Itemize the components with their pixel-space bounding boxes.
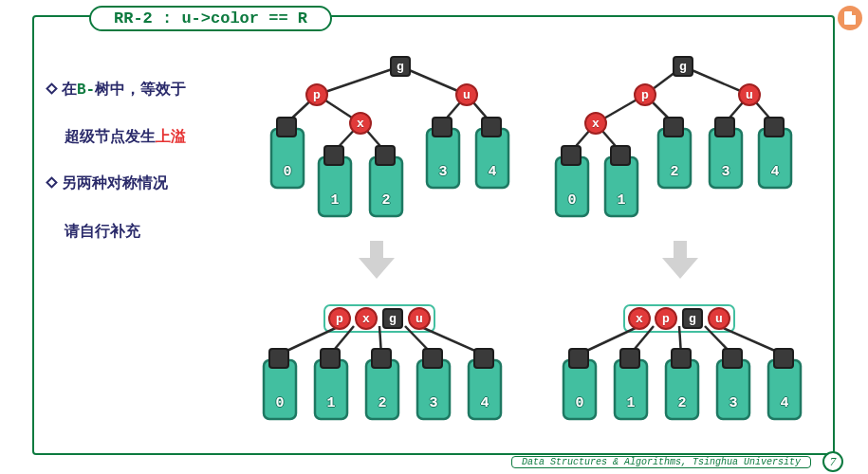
svg-rect-79	[774, 349, 793, 368]
svg-rect-37	[715, 118, 734, 137]
diamond-icon	[46, 177, 58, 190]
svg-rect-35	[664, 118, 683, 137]
diamond-icon	[46, 82, 58, 95]
node-p: p	[313, 88, 321, 102]
leaf-4: 4	[770, 164, 779, 180]
arrow-down-icon	[658, 237, 702, 281]
leaf-2: 2	[378, 395, 386, 411]
cluster-1: p	[662, 312, 670, 326]
leaf-4: 4	[780, 395, 788, 411]
svg-rect-31	[562, 146, 581, 165]
footer-text: Data Structures & Algorithms, Tsinghua U…	[511, 456, 811, 468]
node-x: x	[357, 117, 364, 131]
svg-rect-17	[482, 118, 501, 137]
leaf-1: 1	[330, 192, 339, 209]
leaf-4: 4	[480, 395, 489, 411]
node-g: g	[397, 60, 404, 74]
leaf-3: 3	[429, 395, 437, 411]
cluster-3: u	[416, 312, 423, 326]
cluster-3: u	[715, 312, 723, 326]
svg-rect-11	[324, 146, 343, 165]
leaf-3: 3	[438, 164, 447, 180]
svg-line-0	[317, 66, 400, 95]
svg-rect-9	[277, 118, 296, 137]
node-g: g	[679, 60, 687, 74]
slide-title: RR-2 : u->color == R	[89, 6, 332, 31]
leaf-2: 2	[677, 395, 686, 411]
rb-tree-top-left: g p u x 0 1 2 3 4	[258, 55, 535, 216]
svg-rect-13	[376, 146, 395, 165]
arrow-down-icon	[355, 237, 398, 281]
svg-rect-55	[372, 349, 391, 368]
rb-tree-top-right: g p u x 0 1 2 3 4	[546, 55, 823, 216]
svg-rect-77	[723, 349, 742, 368]
leaf-1: 1	[617, 192, 625, 209]
leaf-0: 0	[567, 192, 576, 209]
svg-rect-73	[620, 349, 639, 368]
svg-rect-33	[611, 146, 630, 165]
rb-tree-bottom-right: x p g u 0 1 2 3 4	[546, 301, 823, 434]
page-number: 7	[822, 451, 843, 472]
doc-icon	[838, 6, 862, 30]
leaf-1: 1	[626, 395, 635, 411]
leaf-0: 0	[283, 164, 291, 180]
cluster-2: g	[689, 312, 696, 326]
cluster-0: p	[336, 312, 343, 326]
leaf-2: 2	[670, 164, 678, 180]
leaf-4: 4	[488, 164, 496, 180]
cluster-1: x	[362, 312, 370, 326]
svg-rect-39	[765, 118, 784, 137]
leaf-0: 0	[575, 395, 583, 411]
cluster-2: g	[389, 312, 397, 326]
node-u: u	[463, 88, 471, 102]
svg-rect-75	[672, 349, 691, 368]
rb-tree-bottom-left: p x g u 0 1 2 3 4	[247, 301, 524, 434]
bullet-1: 在B-树中，等效于	[47, 80, 256, 100]
bullet-area: 在B-树中，等效于 超级节点发生上溢 另两种对称情况 请自行补充	[47, 80, 256, 268]
svg-rect-59	[474, 349, 493, 368]
bullet-2-sub: 请自行补充	[65, 222, 256, 242]
leaf-0: 0	[275, 395, 284, 411]
leaf-2: 2	[381, 192, 390, 209]
bullet-1-sub: 超级节点发生上溢	[65, 127, 256, 147]
svg-rect-71	[569, 349, 588, 368]
node-u: u	[746, 88, 753, 102]
leaf-3: 3	[729, 395, 737, 411]
node-p: p	[641, 88, 649, 102]
leaf-3: 3	[721, 164, 729, 180]
svg-rect-57	[423, 349, 442, 368]
svg-rect-51	[269, 349, 288, 368]
leaf-1: 1	[326, 395, 335, 411]
cluster-0: x	[636, 312, 643, 326]
slide: RR-2 : u->color == R 在B-树中，等效于 超级节点发生上溢 …	[0, 0, 868, 474]
svg-rect-53	[321, 349, 340, 368]
bullet-2: 另两种对称情况	[47, 173, 256, 194]
svg-rect-15	[433, 118, 452, 137]
node-x: x	[592, 117, 600, 131]
